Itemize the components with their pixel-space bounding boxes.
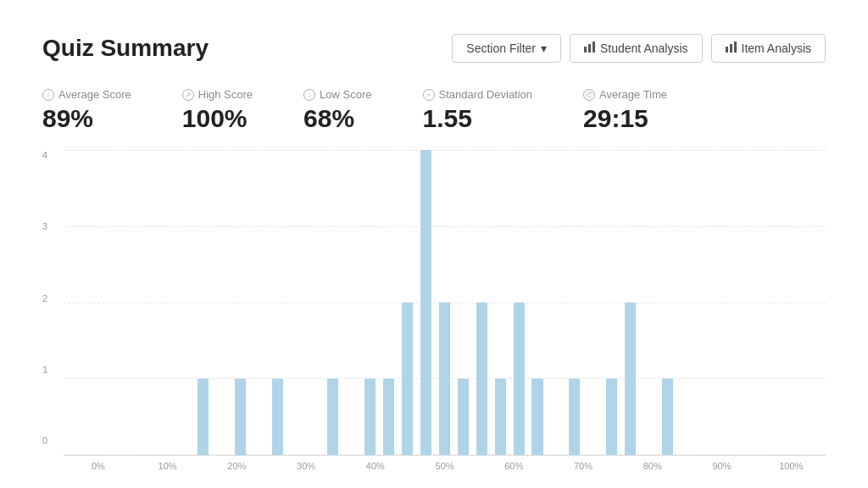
item-analysis-button[interactable]: Item Analysis [711,34,826,63]
bar [327,379,338,455]
bar [458,379,469,455]
stat-label: ↓ Low Score [303,88,371,101]
bar [531,379,542,455]
bar-column [398,150,417,455]
y-label: 0 [42,435,55,446]
bar-column [751,150,770,455]
svg-rect-2 [593,42,595,53]
bar-column [193,150,212,455]
bar [439,302,450,455]
x-label: 0% [64,461,133,471]
bar-column [342,150,361,455]
y-label: 1 [42,364,55,374]
x-label: 100% [756,461,826,471]
bar [662,379,673,455]
bar-column [138,150,157,455]
stat-icon: ↗ [182,89,194,101]
page-container: Quiz Summary Section Filter ▾ Student An… [0,0,868,488]
y-label: 3 [42,221,55,231]
stat-label-text: Standard Deviation [439,88,533,101]
bar-column [380,150,398,455]
bar-column [714,150,732,455]
stat-standard-deviation: ~ Standard Deviation 1.55 [423,88,533,133]
chart-content: 0%10%20%30%40%50%60%70%80%90%100% [64,150,826,471]
y-axis: 01234 [42,150,64,471]
page-title: Quiz Summary [42,35,209,62]
bar-column [472,150,491,455]
bars-container [64,150,826,456]
bar-column [603,150,621,455]
x-axis: 0%10%20%30%40%50%60%70%80%90%100% [64,461,826,471]
stat-icon: ↓ [303,89,315,101]
x-label: 30% [271,461,341,471]
bar-column [361,150,380,455]
header-buttons: Section Filter ▾ Student Analysis [452,34,826,63]
bar-column [788,150,807,455]
x-label: 10% [133,461,203,471]
header-row: Quiz Summary Section Filter ▾ Student An… [42,34,826,63]
x-label: 60% [479,461,548,471]
bar-column [453,150,472,455]
stat-value: 1.55 [423,104,533,133]
stat-low-score: ↓ Low Score 68% [303,88,371,133]
bar [364,379,376,455]
item-analysis-label: Item Analysis [742,42,811,55]
student-analysis-button[interactable]: Student Analysis [570,34,703,63]
svg-rect-4 [730,44,732,53]
stat-value: 89% [42,104,131,133]
chart-inner: 01234 0%10%20%30%40%50%60%70%80%90%100% [42,150,826,471]
student-analysis-label: Student Analysis [600,42,688,55]
x-label: 40% [341,461,410,471]
bar [383,379,394,455]
x-label: 50% [410,461,480,471]
bar-column [120,150,138,455]
bar-column [807,150,826,455]
stat-high-score: ↗ High Score 100% [182,88,253,133]
item-analysis-chart-icon [726,42,737,55]
bar-column [584,150,603,455]
bar [272,379,283,455]
bar-column [640,150,659,455]
bar-column [659,150,677,455]
bar-column [268,150,287,455]
stat-label: ~ Standard Deviation [423,88,533,101]
bar-column [175,150,194,455]
bar-column [547,150,565,455]
dropdown-arrow-icon: ▾ [541,42,547,55]
chart-area: 01234 0%10%20%30%40%50%60%70%80%90%100% [42,150,826,471]
bar-column [528,150,547,455]
stat-label-text: Average Time [599,88,667,101]
bar-column [732,150,751,455]
bar [235,379,246,455]
stat-label: ↑ Average Score [42,88,131,101]
stat-average-time: ⏱ Average Time 29:15 [583,88,667,133]
bar-column [231,150,249,455]
section-filter-button[interactable]: Section Filter ▾ [452,34,561,63]
stat-label-text: Low Score [320,88,371,101]
stat-label: ↗ High Score [182,88,253,101]
y-label: 4 [42,150,55,160]
bar [514,302,525,455]
stat-label-text: Average Score [58,88,131,101]
bar-column [435,150,453,455]
bar-column [621,150,640,455]
section-filter-label: Section Filter [466,42,536,55]
stat-value: 100% [182,104,253,133]
stat-value: 29:15 [583,104,667,133]
bars-area [64,150,826,455]
stat-label: ⏱ Average Time [583,88,667,101]
stat-average-score: ↑ Average Score 89% [42,88,131,133]
bar [495,379,506,455]
bar-column [212,150,231,455]
stat-label-text: High Score [198,88,253,101]
x-label: 80% [618,461,687,471]
bar-column [101,150,120,455]
bar-column [417,150,436,455]
svg-rect-1 [588,44,591,53]
bar-chart-icon [584,42,595,55]
bar-column [82,150,101,455]
bar-column [491,150,509,455]
svg-rect-0 [584,47,587,53]
bar [402,302,413,455]
stat-icon: ⏱ [583,89,595,101]
